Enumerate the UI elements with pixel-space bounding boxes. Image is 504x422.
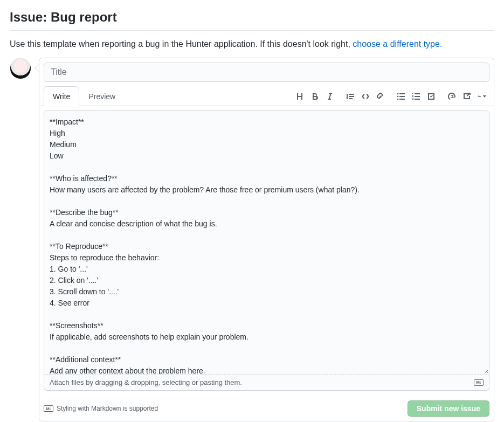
bold-icon[interactable] — [310, 92, 319, 101]
code-icon[interactable] — [361, 92, 370, 101]
subtitle: Use this template when reporting a bug i… — [10, 39, 494, 49]
speech-caret — [34, 64, 39, 72]
tab-preview[interactable]: Preview — [79, 86, 125, 106]
tasklist-icon[interactable] — [427, 92, 436, 101]
cross-reference-icon[interactable] — [462, 92, 471, 101]
subtitle-text: Use this template when reporting a bug i… — [10, 39, 353, 49]
composer: Write Preview — [39, 58, 494, 421]
attach-bar[interactable]: Attach files by dragging & dropping, sel… — [44, 375, 489, 391]
svg-point-1 — [397, 95, 399, 97]
avatar[interactable] — [10, 58, 31, 79]
svg-point-2 — [397, 98, 399, 100]
markdown-help[interactable]: M↓ Styling with Markdown is supported — [44, 405, 158, 412]
attach-hint: Attach files by dragging & dropping, sel… — [50, 378, 242, 386]
svg-point-0 — [397, 93, 399, 94]
chevron-down-icon — [483, 95, 486, 98]
toolbar — [295, 92, 489, 101]
heading-icon[interactable] — [295, 92, 304, 101]
issue-body-textarea[interactable] — [44, 110, 489, 375]
mention-icon[interactable] — [447, 92, 456, 101]
tabs-bar: Write Preview — [39, 86, 494, 106]
bulleted-list-icon[interactable] — [397, 92, 405, 101]
reply-icon[interactable] — [478, 92, 486, 101]
tab-write[interactable]: Write — [44, 86, 79, 106]
markdown-badge-icon[interactable]: M↓ — [474, 379, 484, 386]
link-icon[interactable] — [376, 92, 385, 101]
markdown-help-text: Styling with Markdown is supported — [57, 405, 158, 412]
composer-row: Write Preview — [10, 58, 494, 421]
page-title: Issue: Bug report — [10, 10, 494, 31]
title-input[interactable] — [44, 63, 489, 82]
submit-button[interactable]: Submit new issue — [408, 400, 489, 417]
quote-icon[interactable] — [346, 92, 355, 101]
choose-type-link[interactable]: choose a different type. — [353, 39, 442, 49]
markdown-badge-icon: M↓ — [44, 405, 53, 412]
numbered-list-icon[interactable] — [412, 92, 420, 101]
italic-icon[interactable] — [326, 92, 334, 101]
